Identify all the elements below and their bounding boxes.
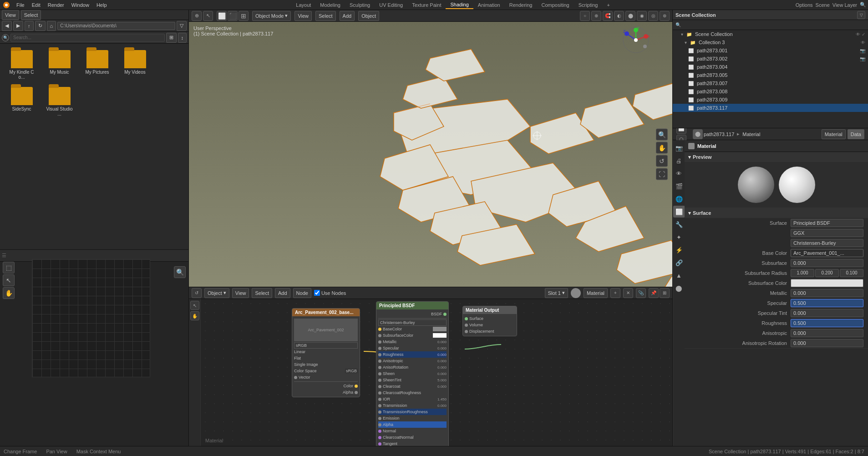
preview-ball-white[interactable] (779, 167, 815, 203)
node-select-btn[interactable]: Select (252, 288, 272, 298)
view-btn[interactable]: View (2, 10, 19, 20)
subsurface-g[interactable]: 0.200 (815, 269, 839, 277)
prop-icon-material[interactable]: ⬤ (693, 129, 703, 139)
file-search-input[interactable]: Search... (10, 34, 165, 42)
distribution-value[interactable]: GGX (791, 229, 863, 237)
file-item-vstudio[interactable]: Visual Studio ... (42, 85, 76, 118)
tab-rendering[interactable]: Rendering (505, 1, 537, 9)
outliner-item-path117[interactable]: ⬜ path2873.117 (673, 104, 868, 112)
tab-animation[interactable]: Animation (473, 1, 505, 9)
xray-btn[interactable]: ◐ (614, 11, 624, 21)
node-tool-1[interactable]: ↺ (192, 288, 202, 298)
outliner-item-path005[interactable]: ⬜ path2873.005 (673, 71, 868, 79)
search-icon[interactable]: 🔍 (860, 2, 866, 8)
subsurface-method-value[interactable]: Christensen-Burley (791, 239, 863, 247)
node-node-btn[interactable]: Node (293, 288, 311, 298)
surface-type-value[interactable]: Principled BSDF (791, 219, 863, 227)
node-principled-bsdf[interactable]: Principled BSDF BSDF Christensen-Burley (376, 301, 449, 446)
preview-section-header[interactable]: ▾ Preview (685, 152, 868, 162)
outliner-filter-btn[interactable]: ▽ (857, 11, 865, 19)
use-nodes-toggle[interactable]: Use Nodes (314, 290, 346, 296)
outliner-item-scene-collection[interactable]: ▾ 📁 Scene Collection 👁 ✓ (673, 30, 868, 38)
outliner-item-collection3[interactable]: ▾ 📁 Collection 3 👁 (673, 38, 868, 46)
node-expand-btn[interactable]: ⊞ (660, 288, 670, 298)
tab-icon-particles[interactable]: ✦ (673, 231, 685, 243)
material-tab-btn[interactable]: Material (822, 129, 846, 139)
viewport-icon-2[interactable]: ↖ (203, 11, 213, 21)
canvas-tool-1[interactable]: ⬚ (3, 262, 15, 274)
options-btn[interactable]: Options (796, 2, 813, 8)
tab-shading[interactable]: Shading (446, 1, 473, 9)
node-texture-image[interactable]: Arc_Pavement_002_base... Arc_Pavement_00… (292, 308, 360, 397)
sort-btn[interactable]: ↕ (178, 33, 187, 43)
menu-render[interactable]: Render (44, 1, 68, 9)
tool-rotate[interactable]: ↺ (656, 155, 668, 167)
outliner-item-path009[interactable]: ⬜ path2873.009 (673, 96, 868, 104)
tab-icon-world[interactable]: 🌐 (673, 193, 685, 205)
canvas-tool-2[interactable]: ↖ (3, 274, 15, 286)
tool-search[interactable]: 🔍 (656, 129, 668, 141)
tab-icon-scene[interactable]: 🎬 (673, 180, 685, 192)
prop-icon-object[interactable]: ⬜ (676, 128, 686, 134)
mode-btn-2[interactable]: ⬛ (228, 11, 238, 21)
node-material-output[interactable]: Material Output Surface Volume (462, 306, 517, 336)
outliner-item-path004[interactable]: ⬜ path2873.004 (673, 63, 868, 71)
viewport-select-btn[interactable]: Select (315, 11, 336, 21)
tab-icon-physics[interactable]: ⚡ (673, 244, 685, 256)
tab-texture-paint[interactable]: Texture Paint (407, 1, 446, 9)
distribution-select[interactable]: Christensen-Burley (378, 319, 447, 326)
browse-material-btn[interactable]: 📎 (636, 288, 646, 298)
node-tool-pan[interactable]: ✋ (190, 311, 199, 320)
outliner-item-path008[interactable]: ⬜ path2873.008 (673, 87, 868, 96)
search-icon-small[interactable]: 🔍 (2, 34, 9, 41)
viewport-view-btn[interactable]: View (294, 11, 312, 21)
material-icon[interactable] (571, 288, 581, 298)
zoom-in-btn[interactable]: 🔍 (174, 266, 186, 278)
slot-dropdown[interactable]: Slot 1 ▾ (545, 288, 568, 298)
tab-icon-render[interactable]: 📷 (673, 142, 685, 154)
material-name-btn[interactable]: Material (584, 288, 608, 298)
base-color-value[interactable]: Arc_Pavement_001_... (791, 249, 863, 257)
subsurface-value[interactable]: 0.000 (791, 259, 863, 267)
forward-btn[interactable]: ▶ (13, 21, 23, 31)
new-material-btn[interactable]: + (610, 288, 620, 298)
camera-action2[interactable]: 📷 (860, 56, 865, 61)
node-view-btn[interactable]: View (232, 288, 249, 298)
tab-icon-view-layer[interactable]: 👁 (673, 167, 685, 179)
colorspace-value[interactable]: sRGB (294, 342, 358, 349)
render-solid-btn[interactable]: ◉ (637, 11, 647, 21)
solid-btn[interactable]: ⬤ (625, 11, 635, 21)
viewport-object-btn[interactable]: Object (358, 11, 379, 21)
back-btn[interactable]: ◀ (2, 21, 12, 31)
tab-modeling[interactable]: Modeling (315, 1, 345, 9)
menu-help[interactable]: Help (93, 1, 111, 9)
file-item-kindle[interactable]: My Kindle Co... (5, 48, 39, 81)
node-canvas[interactable]: Arc_Pavement_002_base... Arc_Pavement_00… (201, 299, 672, 446)
grid-view-btn[interactable]: ⊞ (166, 33, 177, 43)
tab-icon-output[interactable]: 🖨 (673, 155, 685, 167)
anisotropic-value[interactable]: 0.000 (791, 329, 863, 337)
tab-icon-modifier[interactable]: 🔧 (673, 218, 685, 230)
subsurface-b[interactable]: 0.100 (840, 269, 863, 277)
mode-btn-1[interactable]: ⬜ (217, 11, 227, 21)
select-btn[interactable]: Select (21, 10, 41, 20)
menu-file[interactable]: File (13, 1, 28, 9)
tab-uv-editing[interactable]: UV Editing (375, 1, 407, 9)
node-add-btn[interactable]: Add (275, 288, 290, 298)
node-object-dropdown[interactable]: Object ▾ (204, 288, 229, 298)
node-tool-select[interactable]: ↖ (190, 301, 199, 310)
viewport-icon-1[interactable]: ⊕ (192, 11, 202, 21)
surface-section-header[interactable]: ▾ Surface (685, 208, 868, 218)
outliner-item-path001[interactable]: ⬜ path2873.001 📷 (673, 46, 868, 55)
file-item-pictures[interactable]: My Pictures (80, 48, 114, 81)
metallic-value[interactable]: 0.000 (791, 289, 863, 297)
delete-material-btn[interactable]: ✕ (623, 288, 633, 298)
tab-layout[interactable]: Layout (291, 1, 315, 9)
tool-translate[interactable]: ✋ (656, 142, 668, 154)
eye-action[interactable]: 👁 (856, 32, 860, 37)
refresh-btn[interactable]: ↻ (35, 21, 46, 31)
tab-icon-constraints[interactable]: 🔗 (673, 257, 685, 269)
roughness-value[interactable]: 0.500 (791, 319, 863, 327)
use-nodes-checkbox[interactable] (314, 290, 320, 296)
outliner-item-path002[interactable]: ⬜ path2873.002 📷 (673, 55, 868, 63)
